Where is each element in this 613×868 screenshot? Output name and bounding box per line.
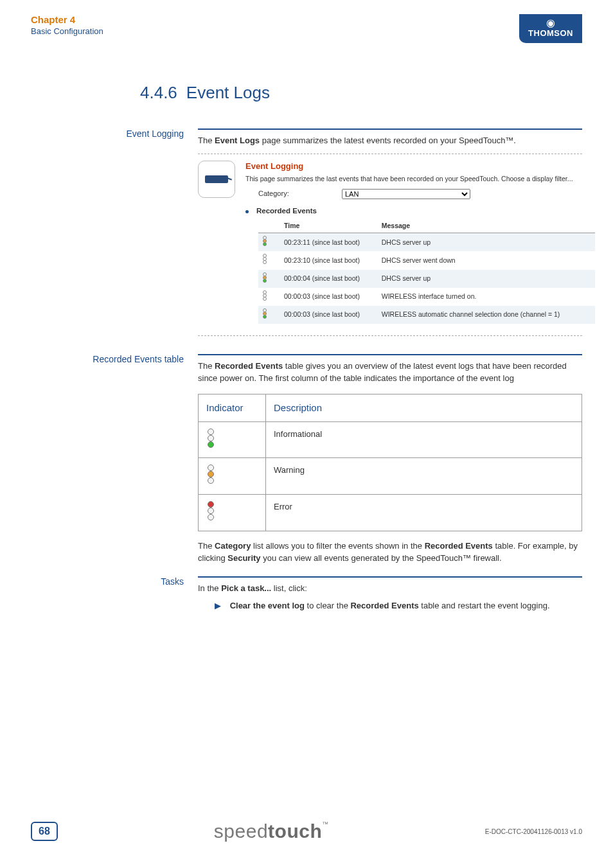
globe-icon: ◉ — [528, 18, 573, 28]
thomson-name: THOMSON — [528, 28, 573, 38]
speedtouch-logo: speedtouch™ — [214, 820, 329, 842]
chapter-title: Chapter 4 — [31, 14, 103, 25]
device-thumbnail — [198, 161, 235, 198]
thomson-logo: ◉ THOMSON — [519, 14, 582, 43]
recorded-intro: The Recorded Events table gives you an o… — [198, 361, 567, 383]
bullet-icon — [245, 210, 249, 213]
task-item: ▶ Clear the event log to clear the Recor… — [198, 600, 582, 612]
section-number: 4.4.6 — [140, 83, 177, 102]
recorded-after-text: The Category list allows you to filter t… — [198, 540, 582, 565]
traffic-warn-icon — [206, 465, 215, 484]
document-id: E-DOC-CTC-20041126-0013 v1.0 — [485, 828, 582, 835]
category-label: Category: — [258, 189, 342, 199]
table-row: 00:00:04 (since last boot) DHCS server u… — [258, 270, 595, 288]
table-row: 00:23:10 (since last boot) DHCS server w… — [258, 251, 595, 269]
side-label-event-logging: Event Logging — [31, 128, 198, 139]
shot-title: Event Logging — [245, 161, 582, 173]
table-row: 00:00:03 (since last boot) WIRELESS auto… — [258, 306, 595, 324]
recorded-events-heading: Recorded Events — [256, 207, 317, 215]
section-heading: 4.4.6Event Logs — [140, 83, 582, 103]
table-row: 00:23:11 (since last boot) DHCS server u… — [258, 233, 595, 252]
traffic-icon — [262, 308, 267, 319]
table-row: Informational — [199, 421, 582, 458]
col-description: Description — [266, 394, 582, 421]
col-message: Message — [378, 219, 595, 233]
table-row: Warning — [199, 458, 582, 495]
shot-description: This page summarizes the last events tha… — [245, 174, 582, 184]
tasks-intro: In the Pick a task... list, click: — [198, 583, 307, 593]
chapter-subtitle: Basic Configuration — [31, 26, 103, 36]
side-label-tasks: Tasks — [31, 576, 198, 587]
table-row: Error — [199, 495, 582, 531]
col-time: Time — [280, 219, 378, 233]
traffic-icon — [262, 236, 267, 246]
event-logging-intro: The Event Logs page summarizes the lates… — [198, 136, 516, 145]
traffic-icon — [262, 254, 267, 264]
section-title: Event Logs — [186, 83, 270, 102]
page-number: 68 — [31, 822, 58, 841]
recorded-events-table: Time Message 00:23:11 (since last boot) … — [258, 219, 595, 324]
col-indicator: Indicator — [199, 394, 266, 421]
table-row: 00:00:03 (since last boot) WIRELESS inte… — [258, 288, 595, 306]
event-logging-screenshot: Event Logging This page summarizes the l… — [198, 161, 582, 324]
side-label-recorded-events: Recorded Events table — [31, 354, 198, 364]
page-header: Chapter 4 Basic Configuration ◉ THOMSON — [31, 14, 582, 43]
traffic-icon — [262, 272, 267, 283]
category-select[interactable]: LAN — [342, 189, 470, 199]
traffic-icon — [262, 290, 267, 301]
traffic-error-icon — [206, 501, 215, 520]
page-footer: 68 speedtouch™ E-DOC-CTC-20041126-0013 v… — [31, 820, 582, 842]
traffic-info-icon — [206, 429, 215, 448]
arrow-right-icon: ▶ — [215, 601, 221, 610]
indicator-table: Indicator Description Informational Warn… — [198, 394, 582, 531]
